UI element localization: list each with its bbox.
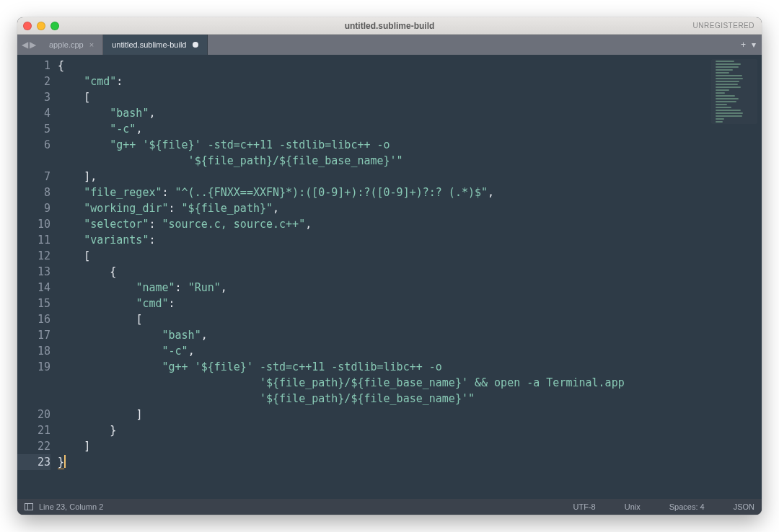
code-area[interactable]: { "cmd": [ "bash", "-c", "g++ '${file}' … [58,55,762,499]
window-title: untitled.sublime-build [17,21,762,31]
editor[interactable]: 1234567891011121314151617181920212223 { … [17,55,762,499]
close-icon[interactable]: × [89,40,94,49]
nav-arrows: ◀ ▶ [17,35,40,55]
indent-selector[interactable]: Spaces: 4 [669,502,705,511]
tab-untitled-build[interactable]: untitled.sublime-build [103,35,207,55]
tab-apple-cpp[interactable]: apple.cpp × [40,35,103,55]
registration-status[interactable]: UNREGISTERED [693,22,754,30]
syntax-selector[interactable]: JSON [734,502,754,511]
minimize-window-button[interactable] [37,22,45,30]
gutter: 1234567891011121314151617181920212223 [17,55,58,499]
maximize-window-button[interactable] [50,22,59,30]
titlebar: untitled.sublime-build UNREGISTERED [17,17,762,35]
sidebar-toggle-icon[interactable] [25,503,33,510]
app-window: untitled.sublime-build UNREGISTERED ◀ ▶ … [17,17,762,515]
dirty-indicator-icon [193,42,198,48]
traffic-lights [23,22,59,30]
encoding-selector[interactable]: UTF-8 [573,502,596,511]
tab-label: apple.cpp [49,40,84,49]
status-bar: Line 23, Column 2 UTF-8 Unix Spaces: 4 J… [17,499,762,515]
cursor-position[interactable]: Line 23, Column 2 [39,502,103,511]
tab-menu-icon[interactable]: ▾ [752,40,756,50]
tab-label: untitled.sublime-build [112,40,186,49]
close-window-button[interactable] [23,22,32,30]
line-endings-selector[interactable]: Unix [625,502,641,511]
nav-forward-icon[interactable]: ▶ [30,40,36,50]
new-tab-button[interactable]: + [741,40,746,50]
tab-bar: ◀ ▶ apple.cpp × untitled.sublime-build +… [17,35,762,55]
nav-back-icon[interactable]: ◀ [22,40,28,50]
